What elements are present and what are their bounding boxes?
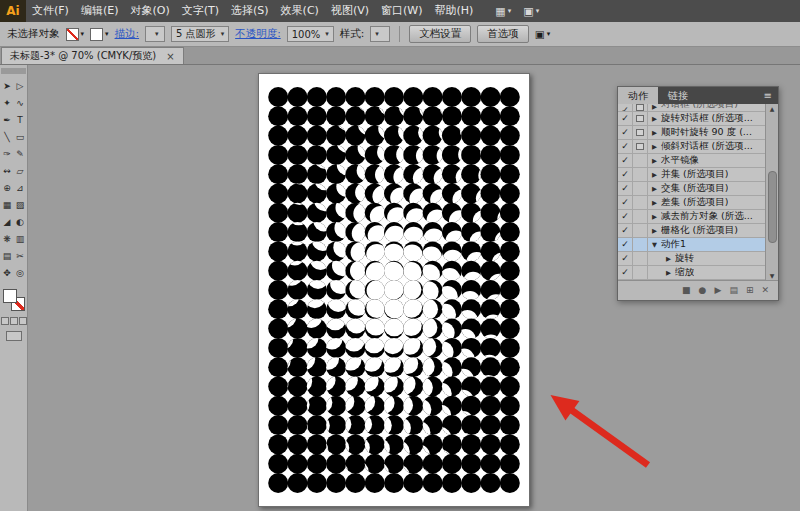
scroll-down-icon[interactable]: ▼ bbox=[766, 271, 778, 280]
magic-wand-tool[interactable]: ✦ bbox=[1, 94, 14, 111]
selection-tool[interactable]: ➤ bbox=[1, 77, 14, 94]
brush-definition-dropdown[interactable]: 5 点圆形▾ bbox=[171, 26, 229, 42]
dialog-toggle[interactable] bbox=[633, 154, 648, 167]
draw-inside-button[interactable] bbox=[19, 317, 27, 325]
scroll-up-icon[interactable]: ▲ bbox=[766, 104, 778, 113]
type-tool[interactable]: T bbox=[14, 111, 27, 128]
panel-grip[interactable] bbox=[1, 68, 26, 74]
action-row[interactable]: ✓ ▶ 对话框 (所选项目) bbox=[618, 104, 765, 112]
stop-button[interactable]: ■ bbox=[682, 286, 691, 295]
action-row[interactable]: ✓ ▶ 水平镜像 bbox=[618, 154, 765, 168]
dialog-toggle[interactable] bbox=[633, 182, 648, 195]
canvas-area[interactable]: 动作 链接 ≡ ✓ ▶ 对话框 ( bbox=[28, 65, 800, 511]
expand-arrow-icon[interactable]: ▶ bbox=[662, 269, 675, 277]
dialog-toggle[interactable] bbox=[633, 104, 648, 111]
fill-color-dropdown[interactable]: ▾ bbox=[66, 28, 85, 41]
expand-arrow-icon[interactable]: ▶ bbox=[648, 129, 661, 137]
mesh-tool[interactable]: ▦ bbox=[1, 196, 14, 213]
menubar-item[interactable]: 文字(T) bbox=[176, 0, 225, 22]
preferences-button[interactable]: 首选项 bbox=[477, 25, 529, 43]
check-toggle[interactable]: ✓ bbox=[618, 252, 633, 265]
menubar-item[interactable]: 窗口(W) bbox=[375, 0, 428, 22]
check-toggle[interactable]: ✓ bbox=[618, 266, 633, 279]
opacity-link[interactable]: 不透明度: bbox=[235, 27, 281, 41]
dialog-toggle[interactable] bbox=[633, 112, 648, 125]
workspace-switcher-icon[interactable]: ▣▾ bbox=[523, 5, 539, 18]
artboard[interactable] bbox=[258, 73, 530, 507]
check-toggle[interactable]: ✓ bbox=[618, 126, 633, 139]
check-toggle[interactable]: ✓ bbox=[618, 140, 633, 153]
expand-arrow-icon[interactable]: ▶ bbox=[648, 213, 661, 221]
action-row[interactable]: ✓ ▶ 交集 (所选项目) bbox=[618, 182, 765, 196]
zoom-tool[interactable]: ◎ bbox=[14, 264, 27, 281]
hand-tool[interactable]: ✥ bbox=[1, 264, 14, 281]
stroke-color-dropdown[interactable]: ▾ bbox=[90, 28, 109, 41]
fill-swatch[interactable] bbox=[3, 289, 17, 303]
rectangle-tool[interactable]: ▭ bbox=[14, 128, 27, 145]
expand-arrow-icon[interactable]: ▶ bbox=[648, 199, 661, 207]
panel-menu-icon[interactable]: ≡ bbox=[758, 87, 778, 104]
new-set-button[interactable]: ▤ bbox=[729, 286, 738, 295]
action-row[interactable]: ✓ ▶ 顺时针旋转 90 度 (... bbox=[618, 126, 765, 140]
check-toggle[interactable]: ✓ bbox=[618, 154, 633, 167]
check-toggle[interactable]: ✓ bbox=[618, 168, 633, 181]
scroll-thumb[interactable] bbox=[768, 171, 777, 243]
menubar-item[interactable]: 编辑(E) bbox=[75, 0, 125, 22]
paintbrush-tool[interactable]: ✑ bbox=[1, 145, 14, 162]
stroke-link[interactable]: 描边: bbox=[115, 27, 140, 41]
lasso-tool[interactable]: ∿ bbox=[14, 94, 27, 111]
artboard-tool[interactable]: ▤ bbox=[1, 247, 14, 264]
check-toggle[interactable]: ✓ bbox=[618, 182, 633, 195]
action-row[interactable]: ✓ ▶ 并集 (所选项目) bbox=[618, 168, 765, 182]
draw-normal-button[interactable] bbox=[1, 317, 9, 325]
dialog-toggle[interactable] bbox=[633, 266, 648, 279]
style-dropdown[interactable]: ▾ bbox=[370, 26, 390, 42]
check-toggle[interactable]: ✓ bbox=[618, 238, 633, 251]
panel-tab[interactable]: 链接 bbox=[658, 87, 698, 104]
record-button[interactable]: ● bbox=[699, 286, 707, 295]
width-tool[interactable]: ↭ bbox=[1, 162, 14, 179]
eyedropper-tool[interactable]: ◢ bbox=[1, 213, 14, 230]
delete-button[interactable]: ✕ bbox=[761, 286, 769, 295]
action-row[interactable]: ✓ ▶ 旋转 bbox=[618, 252, 765, 266]
expand-arrow-icon[interactable]: ▶ bbox=[648, 157, 661, 165]
action-row[interactable]: ✓ ▶ 旋转对话框 (所选项... bbox=[618, 112, 765, 126]
check-toggle[interactable]: ✓ bbox=[618, 196, 633, 209]
menubar-item[interactable]: 选择(S) bbox=[225, 0, 275, 22]
menubar-item[interactable]: 对象(O) bbox=[124, 0, 175, 22]
dialog-toggle[interactable] bbox=[633, 140, 648, 153]
dialog-toggle[interactable] bbox=[633, 196, 648, 209]
screen-mode-button[interactable] bbox=[6, 331, 22, 341]
gradient-tool[interactable]: ▨ bbox=[14, 196, 27, 213]
new-action-button[interactable]: ⊞ bbox=[746, 286, 754, 295]
expand-arrow-icon[interactable]: ▶ bbox=[648, 185, 661, 193]
action-row[interactable]: ✓ ▶ 减去前方对象 (所选... bbox=[618, 210, 765, 224]
menubar-item[interactable]: 效果(C) bbox=[275, 0, 325, 22]
free-transform-tool[interactable]: ▱ bbox=[14, 162, 27, 179]
pen-tool[interactable]: ✒ bbox=[1, 111, 14, 128]
check-toggle[interactable]: ✓ bbox=[618, 224, 633, 237]
shape-builder-tool[interactable]: ⊕ bbox=[1, 179, 14, 196]
play-button[interactable]: ▶ bbox=[714, 286, 721, 295]
dialog-toggle[interactable] bbox=[633, 238, 648, 251]
direct-selection-tool[interactable]: ▷ bbox=[14, 77, 27, 94]
document-setup-button[interactable]: 文档设置 bbox=[409, 25, 471, 43]
column-graph-tool[interactable]: ▥ bbox=[14, 230, 27, 247]
dialog-toggle[interactable] bbox=[633, 168, 648, 181]
action-row[interactable]: ✓ ▼ 动作1 bbox=[618, 238, 765, 252]
symbol-sprayer-tool[interactable]: ❋ bbox=[1, 230, 14, 247]
expand-arrow-icon[interactable]: ▶ bbox=[648, 115, 661, 123]
check-toggle[interactable]: ✓ bbox=[618, 104, 633, 111]
align-options-dropdown[interactable]: ▣▾ bbox=[535, 28, 550, 40]
action-row[interactable]: ✓ ▶ 栅格化 (所选项目) bbox=[618, 224, 765, 238]
action-row[interactable]: ✓ ▶ 差集 (所选项目) bbox=[618, 196, 765, 210]
close-icon[interactable]: × bbox=[166, 51, 174, 62]
expand-arrow-icon[interactable]: ▶ bbox=[648, 104, 661, 111]
menubar-item[interactable]: 帮助(H) bbox=[428, 0, 479, 22]
action-row[interactable]: ✓ ▶ 缩放 bbox=[618, 266, 765, 280]
pencil-tool[interactable]: ✎ bbox=[14, 145, 27, 162]
draw-behind-button[interactable] bbox=[10, 317, 18, 325]
opacity-dropdown[interactable]: 100%▾ bbox=[287, 26, 334, 42]
perspective-grid-tool[interactable]: ⊿ bbox=[14, 179, 27, 196]
menubar-item[interactable]: 视图(V) bbox=[325, 0, 375, 22]
